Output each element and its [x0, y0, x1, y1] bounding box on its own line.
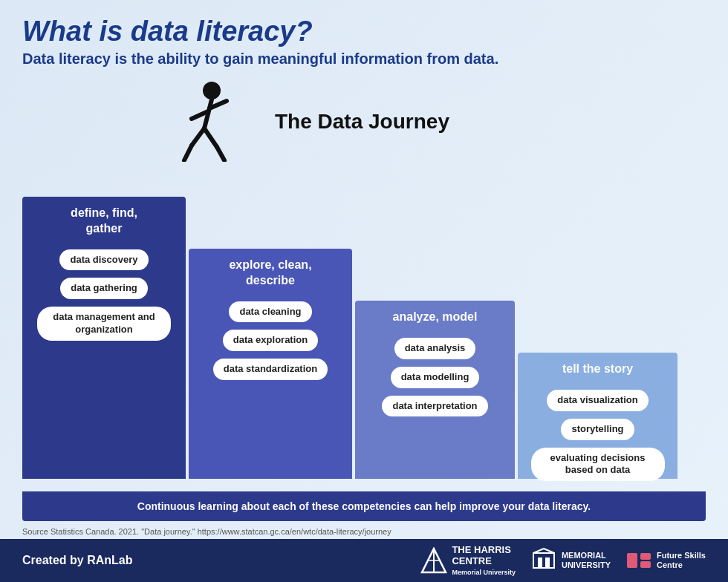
svg-line-5 [217, 147, 224, 160]
svg-rect-11 [533, 553, 554, 568]
pill-data-cleaning: data cleaning [229, 301, 311, 323]
page-title: What is data literacy? [22, 16, 706, 48]
stickman-figure [171, 80, 238, 162]
step-define: define, find,gather data discovery data … [22, 197, 186, 479]
svg-rect-12 [538, 558, 542, 568]
pill-data-standardization: data standardization [213, 359, 328, 380]
harris-centre-icon [420, 547, 447, 574]
step2-pills: data cleaning data exploration data stan… [189, 298, 352, 385]
step-tell: tell the story data visualization storyt… [518, 353, 677, 479]
pill-storytelling: storytelling [561, 419, 634, 440]
pill-evaluating-decisions: evaluating decisions based on data [531, 448, 665, 482]
step3-pills: data analysis data modelling data interp… [355, 334, 515, 421]
svg-point-0 [203, 82, 221, 99]
svg-rect-17 [640, 553, 651, 560]
future-skills-logo: Future SkillsCentre [625, 547, 706, 574]
steps-container: define, find,gather data discovery data … [22, 160, 706, 479]
future-skills-text: Future SkillsCentre [657, 551, 706, 570]
memorial-university-icon [530, 547, 557, 574]
step2-label: explore, clean,describe [221, 249, 319, 295]
footer-logos: THE HARRISCENTRE Memorial University MEM… [420, 544, 706, 577]
harris-centre-logo: THE HARRISCENTRE Memorial University [420, 544, 516, 577]
pill-data-interpretation: data interpretation [382, 396, 487, 417]
svg-line-4 [204, 128, 217, 147]
future-skills-icon [625, 547, 652, 574]
page-subtitle: Data literacy is the ability to gain mea… [22, 50, 706, 68]
harris-centre-text: THE HARRISCENTRE Memorial University [452, 544, 516, 577]
footer: Created by RAnLab THE HARRISCENTRE Memor… [0, 539, 728, 582]
step1-pills: data discovery data gathering data manag… [22, 246, 186, 345]
svg-line-7 [184, 146, 192, 160]
svg-rect-18 [640, 561, 651, 568]
step-explore: explore, clean,describe data cleaning da… [189, 249, 352, 479]
pill-data-exploration: data exploration [223, 330, 318, 351]
bottom-bar-text: Continuous learning about each of these … [137, 500, 591, 512]
pill-data-modelling: data modelling [391, 367, 480, 388]
svg-rect-13 [545, 558, 550, 568]
created-by-label: Created by RAnLab [22, 554, 420, 567]
bottom-bar: Continuous learning about each of these … [22, 491, 706, 521]
memorial-university-text: MEMORIALUNIVERSITY [562, 551, 611, 570]
journey-title: The Data Journey [275, 110, 449, 134]
source-citation: Source Statistics Canada. 2021. "Data jo… [22, 527, 391, 536]
svg-rect-16 [627, 553, 637, 568]
step-analyze: analyze, model data analysis data modell… [355, 301, 515, 479]
step4-pills: data visualization storytelling evaluati… [518, 386, 677, 485]
pill-data-management: data management and organization [37, 307, 171, 341]
pill-data-discovery: data discovery [59, 249, 148, 271]
step3-label: analyze, model [386, 301, 485, 331]
pill-data-visualization: data visualization [547, 390, 648, 411]
pill-data-analysis: data analysis [394, 338, 476, 359]
main-container: What is data literacy? Data literacy is … [0, 0, 728, 582]
step1-label: define, find,gather [63, 197, 145, 243]
svg-line-6 [192, 128, 204, 146]
memorial-university-logo: MEMORIALUNIVERSITY [530, 547, 611, 574]
step4-label: tell the story [555, 353, 640, 383]
pill-data-gathering: data gathering [60, 278, 148, 299]
